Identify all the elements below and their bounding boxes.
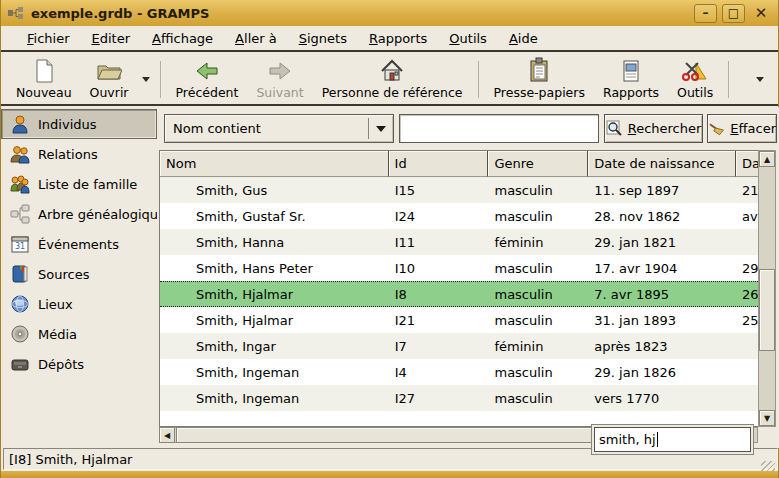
menu-editer[interactable]: Editer [81, 28, 142, 49]
cell-id: I8 [389, 287, 489, 302]
cell-gender: masculin [488, 287, 588, 302]
cell-gender: masculin [488, 365, 588, 380]
cell-name: Smith, Ingar [160, 339, 389, 354]
menu-rapports[interactable]: Rapports [358, 28, 438, 49]
scroll-left-button[interactable]: ◀ [159, 427, 175, 443]
cell-name: Smith, Hjalmar [160, 287, 389, 302]
clear-button[interactable]: Effacer [707, 114, 777, 143]
close-button[interactable]: ✕ [750, 4, 772, 23]
scroll-up-button[interactable]: ▲ [759, 151, 775, 167]
filter-query-input[interactable] [399, 114, 599, 143]
broom-icon [708, 121, 725, 137]
cell-name: Smith, Gus [160, 183, 389, 198]
cell-gender: masculin [488, 183, 588, 198]
scroll-down-button[interactable]: ▼ [759, 410, 775, 426]
person-icon [10, 114, 30, 134]
new-document-icon [33, 59, 55, 83]
globe-icon [10, 294, 30, 314]
sidebar-item-lieux[interactable]: Lieux [1, 289, 157, 319]
menu-aller-a[interactable]: Aller à [224, 28, 288, 49]
sidebar-item-media[interactable]: Média [1, 319, 157, 349]
menu-aide[interactable]: Aide [498, 28, 549, 49]
vertical-scrollbar[interactable]: ▲ ▼ [758, 150, 776, 427]
sidebar-item-sources[interactable]: Sources [1, 259, 157, 289]
open-folder-icon [96, 59, 122, 83]
column-header-nom[interactable]: Nom [160, 151, 389, 177]
sidebar-item-relations[interactable]: Relations [1, 139, 157, 169]
back-button[interactable]: Précédent [167, 57, 248, 102]
gramps-window: exemple.grdb - GRAMPS – □ ✕ Fichier Edit… [0, 0, 779, 478]
pedigree-tree-icon [10, 204, 30, 224]
sidebar-item-evenements[interactable]: 31 Événements [1, 229, 157, 259]
column-header-deces[interactable]: Da [736, 151, 758, 177]
reports-button[interactable]: Rapports [594, 57, 668, 102]
menubar: Fichier Editer Affichage Aller à Signets… [1, 26, 778, 52]
new-button[interactable]: Nouveau [7, 57, 81, 102]
table-row[interactable]: Smith, Hanna I11 féminin 29. jan 1821 [160, 229, 758, 255]
menu-affichage[interactable]: Affichage [141, 28, 224, 49]
cell-gender: masculin [488, 391, 588, 406]
sidebar-item-depots[interactable]: Dépôts [1, 349, 157, 379]
toolbar: Nouveau Ouvrir Précédent Suivant P [1, 54, 778, 106]
cell-name: Smith, Ingeman [160, 391, 389, 406]
filter-field-value: Nom contient [165, 121, 368, 136]
table-row[interactable]: Smith, Ingeman I27 masculin vers 1770 [160, 385, 758, 411]
cell-name: Smith, Hans Peter [160, 261, 389, 276]
sidebar: Individus Relations Liste de famille Arb… [1, 107, 157, 448]
media-disc-icon [10, 324, 30, 344]
column-header-genre[interactable]: Genre [488, 151, 588, 177]
table-row[interactable]: Smith, Ingar I7 féminin après 1823 [160, 333, 758, 359]
toolbar-separator [160, 61, 161, 98]
menu-signets[interactable]: Signets [288, 28, 358, 49]
window-title: exemple.grdb - GRAMPS [31, 6, 209, 21]
cell-birth: 29. jan 1821 [588, 235, 736, 250]
typeahead-search-popup: smith, hj [591, 424, 754, 455]
sidebar-item-arbre-genealogique[interactable]: Arbre généalogique [1, 199, 157, 229]
cell-death: 26. [736, 287, 758, 302]
window-bottom-border [1, 471, 778, 478]
cell-id: I10 [389, 261, 489, 276]
cell-birth: vers 1770 [588, 391, 736, 406]
minimize-button[interactable]: – [694, 4, 717, 23]
relations-icon [10, 144, 30, 164]
cell-id: I4 [389, 365, 489, 380]
titlebar: exemple.grdb - GRAMPS – □ ✕ [1, 0, 778, 26]
tools-button[interactable]: Outils [668, 57, 722, 102]
clipboard-button[interactable]: Presse-papiers [485, 57, 594, 102]
menu-fichier[interactable]: Fichier [16, 28, 81, 49]
tools-scissors-icon [682, 59, 708, 83]
sidebar-item-liste-de-famille[interactable]: Liste de famille [1, 169, 157, 199]
filter-bar: Nom contient Rechercher Effacer [157, 112, 779, 146]
cell-id: I11 [389, 235, 489, 250]
table-row[interactable]: Smith, Gus I15 masculin 11. sep 1897 21. [160, 177, 758, 203]
text-caret [657, 432, 658, 447]
cell-death: av [736, 209, 758, 224]
sidebar-item-individus[interactable]: Individus [1, 109, 157, 139]
home-person-button[interactable]: Personne de référence [313, 57, 472, 102]
cell-name: Smith, Hanna [160, 235, 389, 250]
search-button[interactable]: Rechercher [604, 114, 703, 143]
table-row[interactable]: Smith, Hans Peter I10 masculin 17. avr 1… [160, 255, 758, 281]
forward-button[interactable]: Suivant [247, 57, 312, 102]
open-button[interactable]: Ouvrir [81, 57, 138, 102]
column-header-id[interactable]: Id [389, 151, 489, 177]
cell-name: Smith, Gustaf Sr. [160, 209, 389, 224]
table-row[interactable]: Smith, Hjalmar I8 masculin 7. avr 1895 2… [160, 281, 758, 307]
cell-id: I24 [389, 209, 489, 224]
table-row[interactable]: Smith, Ingeman I4 masculin 29. jan 1826 [160, 359, 758, 385]
toolbar-overflow-arrow[interactable] [756, 77, 764, 82]
app-icon [7, 5, 25, 21]
column-header-naissance[interactable]: Date de naissance [588, 151, 736, 177]
cell-birth: après 1823 [588, 339, 736, 354]
menu-outils[interactable]: Outils [438, 28, 498, 49]
table-row[interactable]: Smith, Hjalmar I21 masculin 31. jan 1893… [160, 307, 758, 333]
vertical-scroll-thumb[interactable] [759, 269, 775, 351]
cell-birth: 11. sep 1897 [588, 183, 736, 198]
open-dropdown-arrow[interactable] [142, 77, 150, 82]
table-row[interactable]: Smith, Gustaf Sr. I24 masculin 28. nov 1… [160, 203, 758, 229]
typeahead-search-input[interactable]: smith, hj [594, 427, 751, 452]
filter-field-select[interactable]: Nom contient [164, 114, 394, 143]
cell-id: I21 [389, 313, 489, 328]
book-icon [10, 264, 30, 284]
maximize-button[interactable]: □ [722, 4, 745, 23]
